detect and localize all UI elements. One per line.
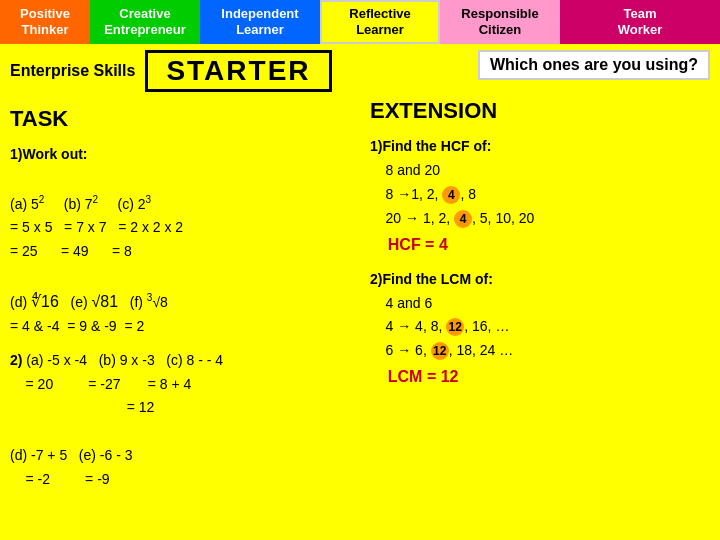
ext-hcf-20: 20 → 1, 2, 4, 5, 10, 20 — [370, 210, 534, 226]
right-panel: Which ones are you using? EXTENSION 1)Fi… — [360, 44, 720, 540]
top-bar: PositiveThinker CreativeEntrepreneur Ind… — [0, 0, 720, 44]
enterprise-label: Enterprise Skills — [10, 62, 135, 80]
extension-section2: 2)Find the LCM of: 4 and 6 4 → 4, 8, 12,… — [370, 268, 710, 390]
tab-creative-entrepreneur[interactable]: CreativeEntrepreneur — [90, 0, 200, 44]
task-2de: (d) -7 + 5 (e) -6 - 3 — [10, 447, 133, 463]
ext-section2-label: 2)Find the LCM of: — [370, 271, 493, 287]
tab-positive-thinker[interactable]: PositiveThinker — [0, 0, 90, 44]
task-section1-label: 1)Work out: — [10, 146, 88, 162]
task-section1: 1)Work out: (a) 52 (b) 72 (c) 23 = 5 x 5… — [10, 143, 350, 338]
task-2a-answers: = 20 = -27 = 8 + 4 — [10, 376, 191, 392]
extension-section1: 1)Find the HCF of: 8 and 20 8 →1, 2, 4, … — [370, 135, 710, 257]
task-2de-answers: = -2 = -9 — [10, 471, 110, 487]
extension-heading: EXTENSION — [370, 92, 710, 129]
which-ones-text: Which ones are you using? — [490, 56, 698, 73]
tab-independent-learner[interactable]: IndependentLearner — [200, 0, 320, 44]
task-a: (a) 52 (b) 72 (c) 23 — [10, 196, 151, 212]
task-a-answers: = 5 x 5 = 7 x 7 = 2 x 2 x 2 — [10, 219, 183, 235]
enterprise-starter-row: Enterprise Skills STARTER — [10, 50, 350, 92]
left-panel: Enterprise Skills STARTER TASK 1)Work ou… — [0, 44, 360, 540]
task-section2: 2) (a) -5 x -4 (b) 9 x -3 (c) 8 - - 4 = … — [10, 349, 350, 492]
tab-team-worker[interactable]: TeamWorker — [560, 0, 720, 44]
task-def-answers: = 4 & -4 = 9 & -9 = 2 — [10, 318, 144, 334]
tab-responsible-citizen[interactable]: ResponsibleCitizen — [440, 0, 560, 44]
task-2a: (a) -5 x -4 (b) 9 x -3 (c) 8 - - 4 — [26, 352, 223, 368]
extension-area: EXTENSION 1)Find the HCF of: 8 and 20 8 … — [370, 92, 710, 390]
ext-lcm-problem: 4 and 6 — [370, 295, 432, 311]
task-heading: TASK — [10, 100, 350, 137]
ext-hcf-answer: HCF = 4 — [370, 236, 448, 253]
ext-section1-label: 1)Find the HCF of: — [370, 138, 491, 154]
ext-lcm-6: 6 → 6, 12, 18, 24 … — [370, 342, 513, 358]
ext-lcm-answer: LCM = 12 — [370, 368, 458, 385]
starter-box: STARTER — [145, 50, 331, 92]
which-ones-box: Which ones are you using? — [478, 50, 710, 80]
ext-lcm-4: 4 → 4, 8, 12, 16, … — [370, 318, 509, 334]
task-a-results: = 25 = 49 = 8 — [10, 243, 132, 259]
tab-reflective-learner[interactable]: ReflectiveLearner — [320, 0, 440, 44]
task-2a-c-answer: = 12 — [10, 399, 154, 415]
task-section2-label: 2) — [10, 352, 22, 368]
right-top-row: Which ones are you using? — [370, 50, 710, 88]
task-area: TASK 1)Work out: (a) 52 (b) 72 (c) 23 = … — [10, 100, 350, 492]
content-area: Enterprise Skills STARTER TASK 1)Work ou… — [0, 44, 720, 540]
task-def: (d) ∜16 (e) √81 (f) 3√8 — [10, 294, 168, 310]
ext-hcf-problem: 8 and 20 — [370, 162, 440, 178]
ext-hcf-8: 8 →1, 2, 4, 8 — [370, 186, 476, 202]
